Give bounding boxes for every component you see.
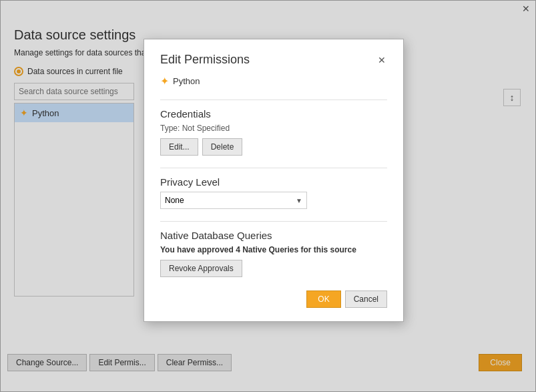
modal-close-button[interactable]: ✕: [376, 55, 387, 65]
divider-3: [160, 221, 387, 222]
native-queries-count: 4: [236, 245, 240, 254]
divider-2: [160, 168, 387, 168]
privacy-title: Privacy Level: [160, 176, 387, 188]
privacy-dropdown[interactable]: None ▼: [160, 192, 307, 209]
modal-title: Edit Permissions: [160, 53, 250, 67]
modal-python-icon: ✦: [160, 75, 169, 87]
edit-credentials-button[interactable]: Edit...: [160, 138, 198, 156]
credentials-title: Credentials: [160, 108, 387, 120]
modal-source-row: ✦ Python: [160, 75, 387, 87]
revoke-approvals-button[interactable]: Revoke Approvals: [160, 260, 242, 277]
native-queries-text: You have approved 4 Native Queries for t…: [160, 245, 387, 254]
modal-footer: OK Cancel: [160, 290, 387, 308]
modal-titlebar: Edit Permissions ✕: [160, 53, 387, 67]
privacy-section: Privacy Level None ▼: [160, 176, 387, 209]
native-queries-title: Native Database Queries: [160, 230, 387, 241]
credentials-type: Type: Not Specified: [160, 124, 387, 133]
credentials-section: Credentials Type: Not Specified Edit... …: [160, 108, 387, 156]
cancel-button[interactable]: Cancel: [345, 290, 387, 308]
native-queries-section: Native Database Queries You have approve…: [160, 230, 387, 277]
chevron-down-icon: ▼: [296, 197, 302, 204]
privacy-dropdown-value: None: [165, 196, 184, 205]
modal-source-label: Python: [173, 76, 200, 86]
delete-credentials-button[interactable]: Delete: [202, 138, 243, 156]
divider-1: [160, 100, 387, 100]
ok-button[interactable]: OK: [306, 290, 340, 308]
edit-permissions-modal: Edit Permissions ✕ ✦ Python Credentials …: [144, 39, 404, 322]
credentials-buttons: Edit... Delete: [160, 138, 387, 156]
